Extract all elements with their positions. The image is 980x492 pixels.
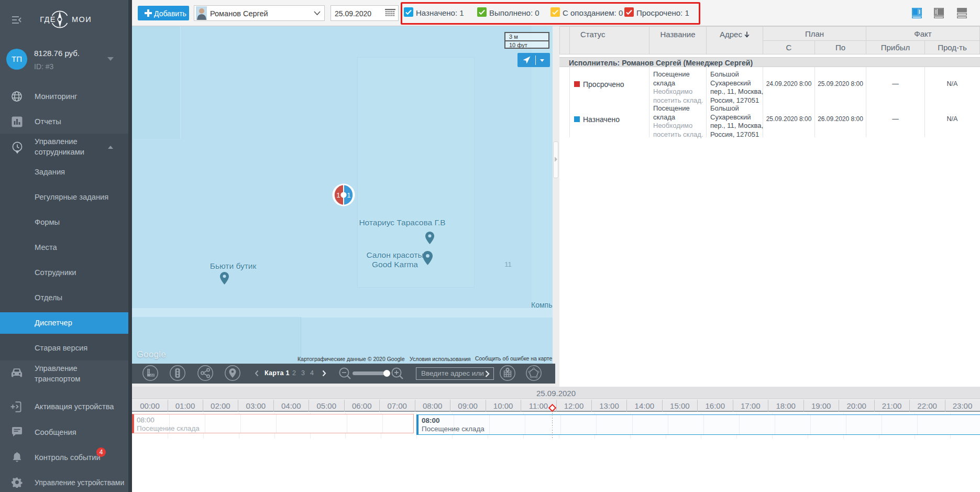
- svg-text:1: 1: [337, 192, 340, 199]
- svg-text:1: 1: [347, 192, 351, 199]
